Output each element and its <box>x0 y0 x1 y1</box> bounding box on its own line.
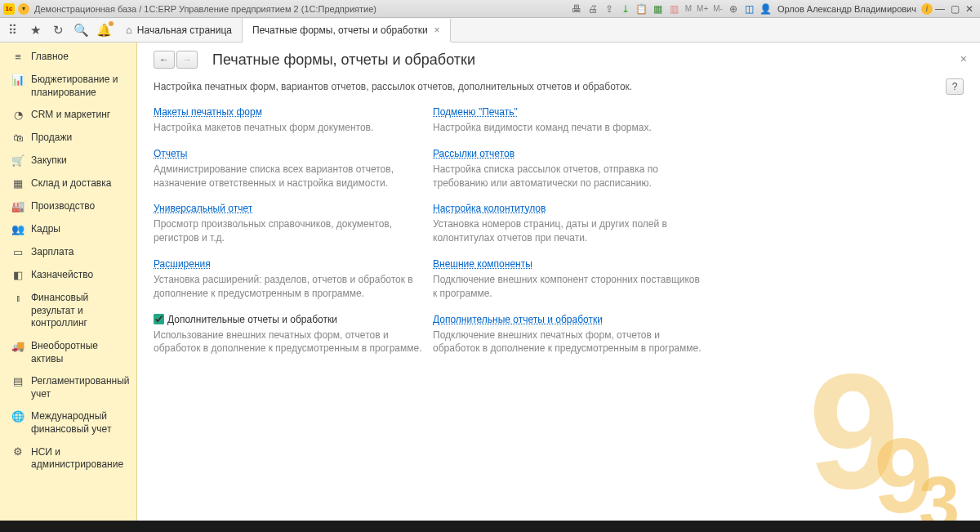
sidebar-item-salary[interactable]: ▭Зарплата <box>0 241 136 264</box>
link-extensions[interactable]: Расширения <box>154 258 211 270</box>
calc-icon[interactable]: ▥ <box>668 2 681 16</box>
svg-text:9: 9 <box>874 416 933 521</box>
sidebar-item-warehouse[interactable]: ▦Склад и доставка <box>0 172 136 195</box>
nav-back-button[interactable]: ← <box>154 51 175 69</box>
sidebar-item-main[interactable]: ≡Главное <box>0 46 136 69</box>
desc-print-submenu: Настройка видимости команд печати в форм… <box>433 121 702 135</box>
truck-icon: 🚚 <box>11 340 24 353</box>
link-report-distribution[interactable]: Рассылки отчетов <box>433 148 514 159</box>
star-icon[interactable]: ★ <box>28 23 42 38</box>
sidebar-item-label: Внеоборотные активы <box>31 340 128 365</box>
menu-icon: ≡ <box>11 51 24 64</box>
m-button[interactable]: M <box>684 4 693 13</box>
link-external-components[interactable]: Внешние компоненты <box>433 258 532 270</box>
content-pane: ← → Печатные формы, отчеты и обработки ×… <box>137 42 980 521</box>
checkbox-row: Дополнительные отчеты и обработки <box>154 314 423 325</box>
toolbar-icons: ⠿ ★ ↻ 🔍 🔔 <box>0 18 116 42</box>
link-templates[interactable]: Макеты печатных форм <box>154 106 262 118</box>
nav-buttons: ← → <box>154 51 198 69</box>
notification-badge <box>109 21 114 26</box>
m-minus-button[interactable]: M- <box>712 4 724 13</box>
settings-left-column: Макеты печатных форм Настройка макетов п… <box>154 106 423 369</box>
people-icon: 👥 <box>11 223 24 236</box>
sidebar-item-regulated[interactable]: ▤Регламентированный учет <box>0 370 136 405</box>
sidebar-item-sales[interactable]: 🛍Продажи <box>0 127 136 150</box>
tab-home[interactable]: ⌂ Начальная страница <box>116 18 243 42</box>
tab-close-icon[interactable]: × <box>434 25 440 36</box>
desc-reports: Администрирование списка всех вариантов … <box>154 163 423 190</box>
sidebar-item-budget[interactable]: 📊Бюджетирование и планирование <box>0 69 136 104</box>
desc-universal-report: Просмотр произвольных справочников, доку… <box>154 217 423 245</box>
nav-forward-button[interactable]: → <box>176 51 198 69</box>
sidebar-item-label: НСИ и администрирование <box>31 446 128 472</box>
sidebar-item-ifrs[interactable]: 🌐Международный финансовый учет <box>0 405 136 440</box>
sidebar-item-label: Казначейство <box>31 269 128 282</box>
sidebar-item-treasury[interactable]: ◧Казначейство <box>0 264 136 287</box>
content-close-button[interactable]: × <box>960 52 967 65</box>
settings-columns: Макеты печатных форм Настройка макетов п… <box>137 106 980 369</box>
sidebar-item-label: Финансовый результат и контроллинг <box>31 292 128 330</box>
section-reports: Отчеты Администрирование списка всех вар… <box>154 148 423 190</box>
sidebar-item-label: Регламентированный учет <box>31 375 130 400</box>
link-reports[interactable]: Отчеты <box>154 148 187 159</box>
sidebar-item-label: Производство <box>31 200 128 213</box>
factory-icon: 🏭 <box>11 200 24 213</box>
sidebar-item-admin[interactable]: ⚙НСИ и администрирование <box>0 441 136 476</box>
print-icon[interactable]: 🖶 <box>570 2 583 16</box>
content-header: ← → Печатные формы, отчеты и обработки <box>137 42 980 75</box>
link-print-submenu[interactable]: Подменю "Печать" <box>433 106 518 118</box>
desc-additional-reports: Подключение внешних печатных форм, отчет… <box>433 329 702 356</box>
window-restore-button[interactable]: ▢ <box>947 3 962 15</box>
info-icon[interactable]: i <box>921 3 933 15</box>
link-headers-footers[interactable]: Настройка колонтитулов <box>433 203 546 214</box>
user-icon: 👤 <box>760 2 773 16</box>
section-additional: Дополнительные отчеты и обработки Подклю… <box>433 314 702 356</box>
tab-print-forms[interactable]: Печатные формы, отчеты и обработки × <box>243 19 451 42</box>
os-taskbar <box>0 521 980 532</box>
sidebar-item-label: Продажи <box>31 132 128 145</box>
checkbox-additional-reports[interactable] <box>154 314 164 324</box>
card-icon: ▭ <box>11 246 24 259</box>
nav-sidebar: ≡Главное 📊Бюджетирование и планирование … <box>0 42 137 521</box>
section-print-submenu: Подменю "Печать" Настройка видимости ком… <box>433 106 702 135</box>
windows-icon[interactable]: ◫ <box>743 2 756 16</box>
window-titlebar: 1c ▾ Демонстрационная база / 1С:ERP Упра… <box>0 0 980 18</box>
sidebar-item-crm[interactable]: ◔CRM и маркетинг <box>0 104 136 127</box>
window-minimize-button[interactable]: — <box>933 3 947 15</box>
sidebar-item-label: CRM и маркетинг <box>31 109 128 122</box>
sidebar-item-label: Международный финансовый учет <box>31 410 128 436</box>
sidebar-item-hr[interactable]: 👥Кадры <box>0 218 136 241</box>
page-subtitle-row: Настройка печатных форм, вариантов отчет… <box>137 75 980 106</box>
window-close-button[interactable]: ✕ <box>962 3 977 15</box>
calendar-icon[interactable]: ▦ <box>652 2 665 16</box>
ledger-icon: ▤ <box>11 375 24 388</box>
chart-icon: 📊 <box>11 74 24 87</box>
desc-report-distribution: Настройка списка рассылок отчетов, отпра… <box>433 163 702 190</box>
sidebar-item-purchases[interactable]: 🛒Закупки <box>0 150 136 172</box>
sidebar-item-label: Бюджетирование и планирование <box>31 74 128 99</box>
sidebar-item-controlling[interactable]: ⫾Финансовый результат и контроллинг <box>0 287 136 335</box>
link-additional-reports[interactable]: Дополнительные отчеты и обработки <box>433 314 603 325</box>
sidebar-item-manufacturing[interactable]: 🏭Производство <box>0 195 136 218</box>
titlebar-dropdown-icon[interactable]: ▾ <box>18 3 29 15</box>
m-plus-button[interactable]: M+ <box>696 4 709 13</box>
zoom-in-icon[interactable]: ⊕ <box>727 2 740 16</box>
current-user[interactable]: Орлов Александр Владимирович <box>777 4 916 14</box>
bars-icon: ⫾ <box>11 292 24 305</box>
clipboard-icon[interactable]: 📋 <box>635 2 648 16</box>
apps-icon[interactable]: ⠿ <box>5 23 20 38</box>
download-icon[interactable]: ⤓ <box>619 2 632 16</box>
printer-icon[interactable]: 🖨 <box>586 2 599 16</box>
history-icon[interactable]: ↻ <box>51 23 65 38</box>
cart-icon: 🛒 <box>11 154 24 168</box>
section-distribution: Рассылки отчетов Настройка списка рассыл… <box>433 148 702 190</box>
titlebar-toolbar: 🖶 🖨 ⇪ ⤓ 📋 ▦ ▥ M M+ M- ⊕ ◫ 👤 <box>570 2 773 16</box>
bell-icon[interactable]: 🔔 <box>96 23 111 38</box>
link-universal-report[interactable]: Универсальный отчет <box>154 203 252 214</box>
share-icon[interactable]: ⇪ <box>603 2 616 16</box>
help-button[interactable]: ? <box>946 78 964 95</box>
sidebar-item-assets[interactable]: 🚚Внеоборотные активы <box>0 335 136 370</box>
section-headers: Настройка колонтитулов Установка номеров… <box>433 203 702 245</box>
search-icon[interactable]: 🔍 <box>74 23 88 38</box>
desc-external-components: Подключение внешних компонент сторонних … <box>433 273 702 301</box>
